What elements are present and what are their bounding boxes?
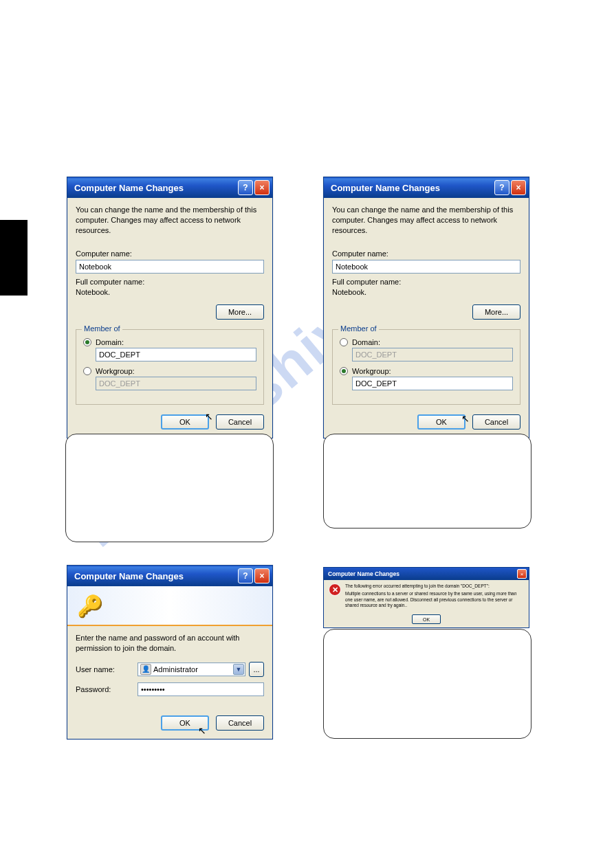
dialog-credentials: Computer Name Changes ? × 🔑 Enter the na… — [67, 565, 273, 739]
empty-panel — [323, 629, 531, 739]
member-of-group: Member of Domain: Workgroup: — [332, 329, 520, 405]
workgroup-radio-label: Workgroup: — [96, 367, 135, 375]
full-name-value: Notebook. — [332, 288, 520, 296]
username-label: User name: — [76, 665, 138, 674]
keys-icon: 🔑 — [77, 594, 102, 618]
more-button[interactable]: More... — [216, 304, 264, 320]
titlebar[interactable]: Computer Name Changes ? × — [67, 177, 272, 198]
member-of-legend: Member of — [338, 324, 379, 333]
password-label: Password: — [76, 685, 138, 693]
close-button[interactable]: × — [254, 180, 270, 195]
ok-button[interactable]: OK — [161, 414, 209, 430]
workgroup-input — [96, 377, 256, 390]
domain-radio-label: Domain: — [352, 338, 380, 346]
titlebar[interactable]: Computer Name Changes ? × — [67, 566, 272, 586]
help-button[interactable]: ? — [238, 568, 253, 583]
workgroup-radio-label: Workgroup: — [352, 367, 391, 375]
dialog-title: Computer Name Changes — [74, 571, 237, 581]
empty-panel — [323, 434, 531, 528]
ok-button[interactable]: OK — [412, 614, 441, 624]
workgroup-radio[interactable] — [340, 367, 348, 375]
intro-text: You can change the name and the membersh… — [332, 205, 520, 236]
computer-name-label: Computer name: — [76, 249, 264, 258]
close-button[interactable]: × — [511, 180, 526, 195]
dialog-error: Computer Name Changes × ✕ The following … — [323, 567, 529, 628]
full-name-label: Full computer name: — [332, 278, 520, 286]
cancel-button[interactable]: Cancel — [216, 715, 264, 731]
cancel-button[interactable]: Cancel — [216, 414, 264, 430]
username-value: Administrator — [153, 665, 198, 674]
close-button[interactable]: × — [254, 568, 270, 583]
titlebar[interactable]: Computer Name Changes × — [324, 568, 529, 580]
member-of-legend: Member of — [82, 324, 122, 333]
dialog-computer-name-workgroup: Computer Name Changes ? × You can change… — [323, 177, 529, 438]
help-button[interactable]: ? — [494, 180, 509, 195]
page-tab-marker — [0, 220, 28, 296]
username-combo[interactable]: 👤 Administrator ▼ — [138, 663, 245, 676]
titlebar[interactable]: Computer Name Changes ? × — [324, 177, 529, 198]
full-name-label: Full computer name: — [76, 278, 264, 286]
member-of-group: Member of Domain: Workgroup: — [76, 329, 264, 405]
intro-text: Enter the name and password of an accoun… — [76, 633, 264, 654]
password-input[interactable] — [138, 682, 264, 696]
close-button[interactable]: × — [517, 569, 527, 579]
cancel-button[interactable]: Cancel — [472, 414, 520, 430]
help-button[interactable]: ? — [238, 180, 253, 195]
more-button[interactable]: More... — [472, 304, 520, 320]
ok-button[interactable]: OK — [417, 414, 465, 430]
dialog-computer-name-domain: Computer Name Changes ? × You can change… — [67, 177, 273, 438]
computer-name-label: Computer name: — [332, 249, 520, 258]
domain-input[interactable] — [96, 348, 256, 361]
dialog-title: Computer Name Changes — [328, 570, 517, 577]
domain-input — [352, 348, 513, 361]
empty-panel — [65, 434, 274, 542]
error-line-2: Multiple connections to a server or shar… — [345, 591, 524, 608]
ok-button[interactable]: OK — [161, 715, 209, 731]
domain-radio-label: Domain: — [96, 338, 124, 346]
error-icon: ✕ — [329, 583, 341, 596]
workgroup-input[interactable] — [352, 377, 513, 390]
chevron-down-icon[interactable]: ▼ — [233, 664, 244, 675]
error-line-1: The following error occurred attempting … — [345, 583, 524, 589]
credentials-banner: 🔑 — [67, 586, 272, 626]
workgroup-radio[interactable] — [83, 367, 91, 375]
domain-radio[interactable] — [340, 338, 348, 346]
browse-button[interactable]: ... — [249, 662, 264, 677]
computer-name-input[interactable] — [76, 260, 264, 274]
computer-name-input[interactable] — [332, 260, 520, 274]
user-icon: 👤 — [140, 664, 151, 675]
dialog-title: Computer Name Changes — [331, 183, 493, 193]
intro-text: You can change the name and the membersh… — [76, 205, 264, 236]
full-name-value: Notebook. — [76, 288, 264, 296]
dialog-title: Computer Name Changes — [74, 183, 237, 193]
domain-radio[interactable] — [83, 338, 91, 346]
